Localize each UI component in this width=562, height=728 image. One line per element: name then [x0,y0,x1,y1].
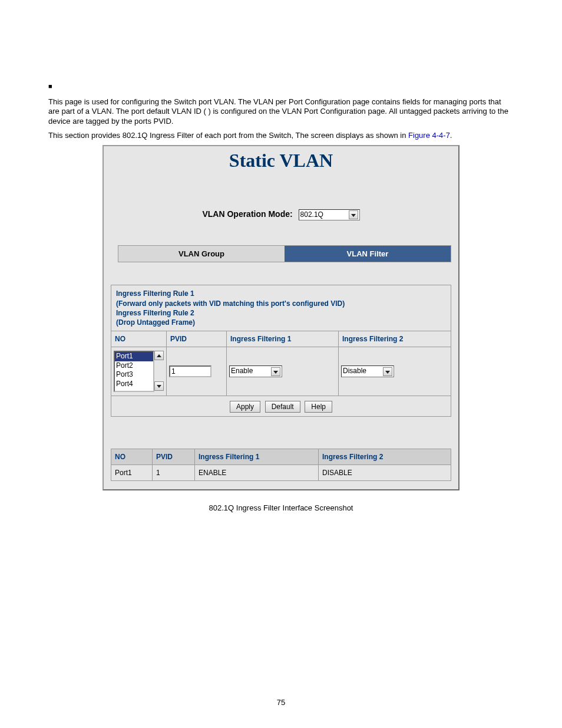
hdr-pvid: PVID [167,331,227,347]
config-data-row: Port1 Port2 Port3 Port4 Enable [111,347,451,396]
sum-if2: DISABLE [319,465,451,480]
panel-title: Static VLAN [104,146,458,174]
intro-paragraph-2: This section provides 802.1Q Ingress Fil… [48,131,514,140]
rule2-desc: (Drop Untagged Frame) [116,318,446,327]
figure-link[interactable]: Figure 4-4-7 [408,131,450,140]
chevron-down-icon[interactable] [349,210,358,219]
port-option[interactable]: Port3 [115,370,153,380]
scroll-down-icon[interactable] [154,381,164,391]
intro-paragraph-1: This page is used for configuring the Sw… [48,97,514,126]
summary-table: NO PVID Ingress Filtering 1 Ingress Filt… [111,449,451,481]
apply-button[interactable]: Apply [230,401,260,413]
port-select-cell: Port1 Port2 Port3 Port4 [111,347,167,396]
intro-p2-b: . [450,131,452,140]
port-option[interactable]: Port2 [115,361,153,371]
summary-header-row: NO PVID Ingress Filtering 1 Ingress Filt… [111,449,451,465]
vlan-mode-label: VLAN Operation Mode: [202,209,292,219]
port-option[interactable]: Port4 [115,380,153,389]
port-option[interactable]: Port1 [115,352,153,361]
screenshot-panel: Static VLAN VLAN Operation Mode: 802.1Q … [103,145,459,490]
pvid-input[interactable] [169,365,211,377]
sum-hdr-if2: Ingress Filtering 2 [319,449,451,465]
caption-text: 802.1Q Ingress Filter Interface Screensh… [209,503,353,512]
rule1-desc: (Forward only packets with VID matching … [116,299,446,308]
hdr-if1: Ingress Filtering 1 [227,331,339,347]
if1-cell: Enable [227,347,339,396]
if2-select[interactable]: Disable [341,365,394,377]
section-bullet: ■ [48,83,52,90]
rule-descriptions: Ingress Filtering Rule 1 (Forward only p… [111,285,451,331]
intro-p2-a: This section provides 802.1Q Ingress Fil… [48,131,408,140]
sum-hdr-if1: Ingress Filtering 1 [195,449,319,465]
filter-config-table: Ingress Filtering Rule 1 (Forward only p… [111,285,451,417]
chevron-down-icon[interactable] [271,367,280,376]
port-listbox[interactable]: Port1 Port2 Port3 Port4 [114,351,154,392]
if2-cell: Disable [339,347,451,396]
tab-vlan-filter[interactable]: VLAN Filter [285,246,451,262]
vlan-mode-value: 802.1Q [300,210,348,219]
vlan-mode-row: VLAN Operation Mode: 802.1Q [104,174,458,245]
pvid-cell [167,347,227,396]
config-header-row: NO PVID Ingress Filtering 1 Ingress Filt… [111,331,451,347]
rule2-title: Ingress Filtering Rule 2 [116,308,446,318]
chevron-down-icon[interactable] [383,367,392,376]
hdr-if2: Ingress Filtering 2 [339,331,451,347]
sum-pvid: 1 [153,465,195,480]
hdr-no: NO [111,331,167,347]
if2-value: Disable [343,367,382,375]
default-button[interactable]: Default [265,401,300,413]
tab-bar: VLAN Group VLAN Filter [118,245,451,262]
figure-caption: 802.1Q Ingress Filter Interface Screensh… [48,503,514,512]
tab-vlan-group[interactable]: VLAN Group [118,246,285,262]
if1-value: Enable [231,367,270,375]
sum-no: Port1 [111,465,153,480]
scroll-up-icon[interactable] [154,351,164,360]
help-button[interactable]: Help [305,401,332,413]
vlan-mode-select[interactable]: 802.1Q [299,209,360,220]
port-scrollbar[interactable] [154,351,164,391]
button-row: Apply Default Help [111,396,451,416]
sum-hdr-pvid: PVID [153,449,195,465]
rule1-title: Ingress Filtering Rule 1 [116,289,446,298]
sum-if1: ENABLE [195,465,319,480]
sum-hdr-no: NO [111,449,153,465]
if1-select[interactable]: Enable [229,365,282,377]
summary-data-row: Port1 1 ENABLE DISABLE [111,465,451,480]
page-number: 75 [0,698,562,707]
